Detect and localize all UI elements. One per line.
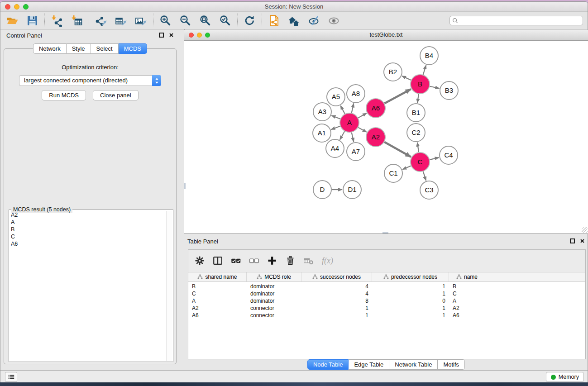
graph-node-A2[interactable]: A2	[366, 128, 385, 147]
graph-node-C2[interactable]: C2	[407, 124, 425, 142]
table-cell[interactable]: 1	[372, 290, 449, 297]
table-cell[interactable]: 1	[372, 312, 449, 319]
control-tab-style[interactable]: Style	[67, 43, 91, 54]
table-cell[interactable]: connector	[247, 312, 301, 319]
table-tab-network-table[interactable]: Network Table	[389, 359, 438, 370]
graph-node-A7[interactable]: A7	[347, 143, 365, 161]
column-header-name[interactable]: name	[449, 272, 485, 281]
save-session-icon[interactable]	[26, 14, 38, 27]
graph-node-A1[interactable]: A1	[313, 124, 331, 142]
graph-node-A6[interactable]: A6	[366, 99, 385, 118]
graph-node-B2[interactable]: B2	[384, 63, 402, 81]
edge-B-B2[interactable]	[402, 76, 411, 80]
canvas-vertical-scroll-hint[interactable]	[184, 183, 186, 189]
zoom-fit-icon[interactable]	[199, 14, 211, 27]
table-tab-motifs[interactable]: Motifs	[438, 359, 465, 370]
table-cell[interactable]: A	[188, 297, 247, 305]
export-table-icon[interactable]	[115, 14, 127, 27]
edge-A-A5[interactable]	[340, 106, 345, 114]
column-header-successor-nodes[interactable]: successor nodes	[301, 272, 372, 281]
delete-column-icon[interactable]	[285, 255, 296, 267]
edge-A-A4[interactable]	[340, 131, 344, 140]
table-cell[interactable]: 0	[372, 297, 449, 305]
column-header-shared-name[interactable]: shared name	[188, 272, 247, 281]
graph-node-B[interactable]: B	[411, 75, 430, 94]
settings-gear-icon[interactable]	[194, 255, 206, 267]
edge-C-C4[interactable]	[430, 157, 439, 160]
float-table-panel-icon[interactable]	[570, 238, 575, 243]
table-cell[interactable]: C	[449, 290, 485, 297]
split-panel-icon[interactable]	[212, 255, 224, 267]
refresh-icon[interactable]	[244, 14, 256, 27]
table-cell[interactable]: A6	[188, 312, 247, 319]
edge-B-B1[interactable]	[417, 94, 419, 103]
edge-C-C3[interactable]	[423, 172, 426, 181]
create-column-icon[interactable]	[267, 255, 278, 267]
select-all-columns-icon[interactable]	[230, 255, 242, 267]
unselect-all-columns-icon[interactable]	[249, 255, 260, 267]
open-file-icon[interactable]	[6, 14, 19, 27]
close-panel-icon[interactable]	[169, 33, 174, 38]
control-tab-network[interactable]: Network	[33, 43, 67, 54]
table-cell[interactable]: 8	[301, 297, 372, 305]
network-canvas[interactable]: B4B2BB3A8A5A6A3B1AA1C2A2A4A7C4CC1DD1C3	[184, 41, 588, 234]
edge-C-C1[interactable]	[402, 166, 411, 170]
edge-A6-B[interactable]	[384, 89, 411, 104]
mcds-result-list[interactable]: A2ABCA6	[11, 211, 165, 360]
graph-node-A5[interactable]: A5	[327, 88, 345, 106]
graph-node-A3[interactable]: A3	[313, 103, 331, 121]
graph-node-A[interactable]: A	[340, 113, 359, 132]
close-panel-button[interactable]: Close panel	[93, 90, 139, 100]
canvas-horizontal-scroll-hint[interactable]	[382, 232, 388, 234]
edge-A-A3[interactable]	[331, 115, 340, 119]
memory-button[interactable]: Memory	[546, 372, 584, 382]
graph-node-B3[interactable]: B3	[440, 81, 458, 100]
close-window-button[interactable]	[5, 4, 10, 10]
show-panel-icon[interactable]	[328, 14, 340, 27]
window-resize-grip[interactable]	[582, 227, 588, 233]
edge-C-C2[interactable]	[417, 143, 419, 152]
run-mcds-button[interactable]: Run MCDS	[42, 90, 86, 100]
result-scrollbar[interactable]	[166, 211, 172, 361]
graph-node-B4[interactable]: B4	[420, 47, 438, 65]
table-cell[interactable]: B	[188, 283, 247, 290]
hide-panel-icon[interactable]	[308, 14, 320, 27]
import-network-icon[interactable]	[51, 14, 63, 27]
maximize-network-window-button[interactable]	[205, 33, 210, 38]
edge-B-B3[interactable]	[430, 86, 440, 89]
home-icon[interactable]	[288, 14, 300, 27]
graph-node-B1[interactable]: B1	[407, 104, 425, 122]
optimization-criterion-select[interactable]: largest connected component (directed)	[19, 75, 161, 86]
graph-node-C[interactable]: C	[411, 152, 430, 172]
edge-A-A2[interactable]	[358, 128, 367, 132]
graph-node-A4[interactable]: A4	[326, 139, 344, 157]
table-cell[interactable]: connector	[247, 305, 301, 312]
table-cell[interactable]: 1	[372, 283, 449, 290]
minimize-window-button[interactable]	[14, 4, 19, 10]
export-image-icon[interactable]	[135, 14, 147, 27]
edge-A-A1[interactable]	[331, 126, 340, 129]
column-header-mcds-role[interactable]: MCDS role	[247, 272, 301, 281]
table-tab-node-table[interactable]: Node Table	[307, 359, 349, 370]
show-panels-menu-button[interactable]	[5, 372, 17, 382]
graph-node-C1[interactable]: C1	[384, 164, 402, 182]
column-header-predecessor-nodes[interactable]: predecessor nodes	[372, 272, 449, 281]
network-document-icon[interactable]	[268, 14, 280, 27]
zoom-selected-icon[interactable]	[219, 14, 231, 27]
table-cell[interactable]: dominator	[247, 297, 301, 305]
zoom-in-icon[interactable]	[159, 14, 172, 27]
table-cell[interactable]: 1	[372, 305, 449, 312]
edge-B-B4[interactable]	[423, 65, 426, 75]
table-cell[interactable]: A	[449, 297, 485, 305]
export-network-icon[interactable]	[95, 14, 107, 27]
zoom-out-icon[interactable]	[179, 14, 191, 27]
table-cell[interactable]: 4	[301, 290, 372, 297]
edge-A-A6[interactable]	[358, 113, 367, 118]
float-panel-icon[interactable]	[159, 33, 164, 38]
table-cell[interactable]: B	[449, 283, 485, 290]
table-cell[interactable]: dominator	[247, 290, 301, 297]
graph-node-A8[interactable]: A8	[347, 85, 365, 103]
table-tab-edge-table[interactable]: Edge Table	[349, 359, 389, 370]
edge-A-A7[interactable]	[352, 133, 354, 142]
import-table-icon[interactable]	[71, 14, 83, 27]
